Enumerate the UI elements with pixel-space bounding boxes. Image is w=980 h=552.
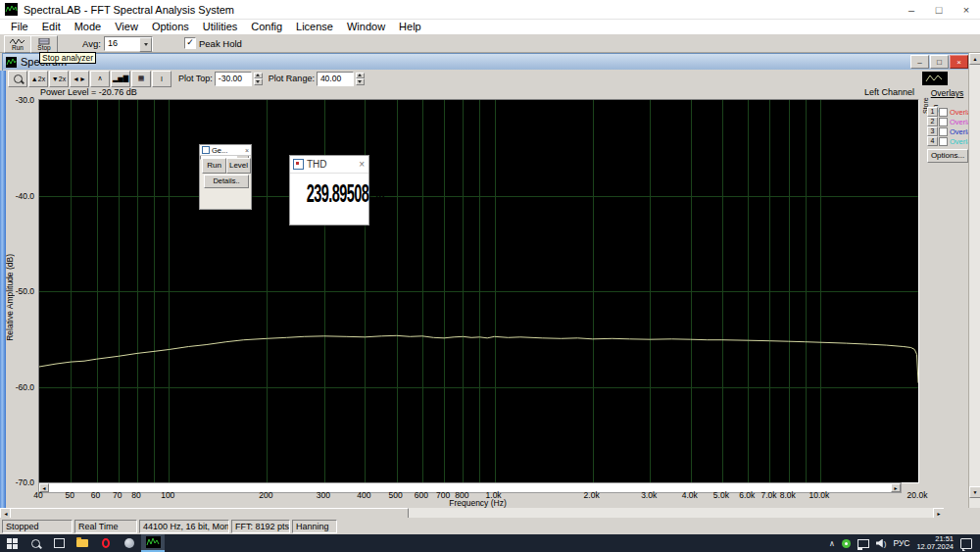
scrollbar-corner bbox=[944, 508, 980, 518]
overlay-checkbox-2[interactable] bbox=[939, 118, 948, 126]
window-title: SpectraLAB - FFT Spectral Analysis Syste… bbox=[24, 4, 234, 16]
menu-item-edit[interactable]: Edit bbox=[35, 20, 68, 34]
overlay-store-button-2[interactable]: 2 bbox=[927, 117, 938, 126]
y-axis-label: Relative Amplitude (dB) bbox=[5, 254, 15, 341]
overlay-store-button-1[interactable]: 1 bbox=[927, 107, 938, 117]
bar-display-button[interactable]: ▂▅▇ bbox=[111, 71, 130, 87]
spectrum-tool-buttons: ▲2x▼2x◄►∧▂▅▇▦I bbox=[8, 71, 172, 87]
thd-close-icon[interactable]: × bbox=[359, 159, 365, 170]
overlays-panel: Overlays Store On 1Overlay 12Overlay 23O… bbox=[925, 88, 969, 98]
start-button[interactable] bbox=[0, 534, 24, 552]
plot-range-value: 40.00 bbox=[318, 73, 353, 85]
overlays-heading: Overlays bbox=[925, 88, 969, 98]
generator-details-button[interactable]: Details.. bbox=[204, 175, 249, 188]
overlay-store-button-4[interactable]: 4 bbox=[927, 136, 938, 146]
taskbar-search-button[interactable] bbox=[24, 534, 47, 552]
action-center-icon[interactable] bbox=[960, 538, 972, 549]
close-icon[interactable]: × bbox=[953, 0, 980, 19]
cursor-button[interactable]: I bbox=[152, 71, 172, 87]
stop-button[interactable]: Stop bbox=[30, 35, 58, 53]
overlay-checkbox-3[interactable] bbox=[939, 127, 948, 136]
utility-toolbar-button[interactable] bbox=[922, 72, 948, 85]
spectrum-window: Spectrum – □ × ▲2x▼2x◄►∧▂▅▇▦I Plot Top: … bbox=[2, 53, 970, 510]
plot-range-input[interactable]: 40.00 bbox=[317, 72, 354, 86]
status-cell-1: Real Time bbox=[74, 520, 137, 533]
generator-close-icon[interactable]: × bbox=[245, 147, 249, 154]
plot-top-spinner[interactable] bbox=[254, 73, 263, 85]
y-tick--40.0: -40.0 bbox=[3, 191, 34, 201]
plot-top-label: Plot Top: bbox=[178, 74, 213, 83]
spectrum-content: Power Level = -20.76 dB Left Channel Rel… bbox=[3, 87, 969, 509]
overlay-checkbox-4[interactable] bbox=[939, 137, 948, 146]
menu-item-window[interactable]: Window bbox=[340, 20, 392, 34]
scale-down-2x-button[interactable]: ▼2x bbox=[49, 71, 69, 87]
opera-browser-button[interactable] bbox=[94, 534, 118, 552]
run-button[interactable]: Run bbox=[4, 35, 31, 53]
wave-icon bbox=[925, 74, 945, 83]
generator-titlebar[interactable]: Ge... × bbox=[200, 145, 251, 156]
volume-icon[interactable]: ) bbox=[876, 539, 887, 548]
spectrum-close-icon[interactable]: × bbox=[950, 55, 968, 69]
search-icon bbox=[31, 539, 40, 548]
file-explorer-button[interactable] bbox=[71, 534, 94, 552]
menu-item-license[interactable]: License bbox=[289, 20, 340, 34]
avg-value: 16 bbox=[105, 37, 139, 50]
overlay-checkbox-1[interactable] bbox=[939, 108, 948, 117]
vertical-scrollbar[interactable]: ▲ ▼ bbox=[968, 53, 980, 508]
status-cell-4: Hanning bbox=[292, 520, 337, 533]
spectrum-minimize-icon[interactable]: – bbox=[910, 55, 929, 69]
spectrum-restore-icon[interactable]: □ bbox=[930, 55, 949, 69]
plot-range-spinner[interactable] bbox=[356, 73, 365, 85]
horizontal-scrollbar[interactable]: ◄ ► bbox=[0, 508, 944, 518]
display-options-button[interactable]: ▦ bbox=[131, 71, 151, 87]
spectrum-trace bbox=[39, 335, 918, 382]
spectrum-plot[interactable] bbox=[38, 99, 919, 483]
app-icon bbox=[5, 3, 18, 16]
language-indicator[interactable]: РУС bbox=[893, 538, 909, 548]
maximize-icon[interactable]: □ bbox=[925, 0, 953, 19]
x-axis-label: Frequency (Hz) bbox=[38, 498, 917, 508]
task-view-button[interactable] bbox=[47, 534, 71, 552]
network-icon[interactable] bbox=[858, 539, 869, 548]
generator-run-button[interactable]: Run bbox=[202, 158, 226, 174]
app-shortcut-button[interactable] bbox=[118, 534, 141, 552]
spectralab-icon bbox=[146, 536, 161, 548]
overlay-store-button-3[interactable]: 3 bbox=[927, 126, 938, 136]
generator-level-button[interactable]: Level bbox=[226, 158, 251, 174]
spectralab-taskbar-button[interactable] bbox=[141, 534, 165, 552]
plot-scroll-right-icon[interactable]: ► bbox=[891, 483, 901, 492]
overlays-options-button[interactable]: Options... bbox=[927, 149, 968, 163]
spectrum-titlebar[interactable]: Spectrum – □ × bbox=[3, 54, 969, 70]
thd-window: THD × 239.89508 % bbox=[289, 155, 369, 226]
minimize-icon[interactable]: – bbox=[898, 0, 925, 19]
clock[interactable]: 21:51 12.07.2024 bbox=[916, 535, 954, 551]
peak-cursor-button[interactable]: ∧ bbox=[90, 71, 110, 87]
zoom-tool-button[interactable] bbox=[8, 71, 27, 87]
peak-hold-checkbox[interactable]: ✓ bbox=[184, 37, 196, 49]
scale-up-2x-button[interactable]: ▲2x bbox=[28, 71, 48, 87]
windows-logo-icon bbox=[7, 538, 18, 549]
plot-range-label: Plot Range: bbox=[269, 74, 315, 83]
task-view-icon bbox=[54, 538, 65, 548]
y-tick--70.0: -70.0 bbox=[3, 477, 34, 487]
menu-item-mode[interactable]: Mode bbox=[68, 20, 109, 34]
avg-select[interactable]: 16 bbox=[104, 36, 153, 51]
avg-dropdown-icon[interactable] bbox=[139, 37, 152, 52]
plot-top-input[interactable]: -30.00 bbox=[215, 72, 252, 86]
menu-item-help[interactable]: Help bbox=[392, 20, 428, 34]
menu-item-view[interactable]: View bbox=[108, 20, 145, 34]
x-expand-button[interactable]: ◄► bbox=[70, 71, 89, 87]
avg-label: Avg: bbox=[82, 38, 101, 49]
scroll-up-icon[interactable]: ▲ bbox=[969, 53, 980, 65]
thd-window-icon bbox=[293, 159, 304, 170]
tray-chevron-icon[interactable]: ∧ bbox=[829, 539, 835, 548]
scroll-down-icon[interactable]: ▼ bbox=[969, 486, 980, 498]
peak-hold-label: Peak Hold bbox=[199, 38, 242, 49]
menu-item-options[interactable]: Options bbox=[145, 20, 196, 34]
menu-item-config[interactable]: Config bbox=[244, 20, 289, 34]
tray-status-icon[interactable] bbox=[842, 539, 851, 548]
menu-item-file[interactable]: File bbox=[4, 20, 35, 34]
thd-titlebar[interactable]: THD × bbox=[290, 156, 368, 174]
menu-item-utilities[interactable]: Utilities bbox=[196, 20, 244, 34]
thd-value: 239.89508 % bbox=[307, 179, 352, 208]
